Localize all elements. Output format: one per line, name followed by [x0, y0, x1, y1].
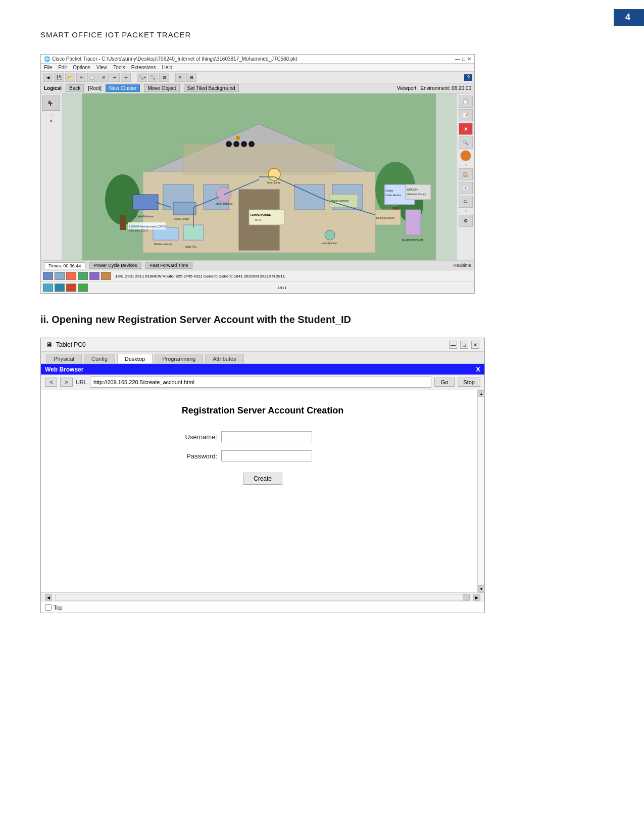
close-icon[interactable]: ✕: [467, 56, 471, 62]
device-icon-6[interactable]: [101, 272, 111, 280]
pt-delete-mode[interactable]: ✕: [42, 119, 61, 123]
tab-attributes[interactable]: Attributes: [205, 354, 243, 363]
svg-text:Cable Modem: Cable Modem: [385, 194, 401, 197]
pt-right-btn-4[interactable]: 📧: [459, 182, 473, 194]
browser-forward-btn[interactable]: >: [60, 378, 72, 387]
scroll-left-arrow[interactable]: ◀: [45, 594, 52, 601]
pt-move-object-btn[interactable]: Move Object: [144, 84, 179, 92]
scroll-up-arrow[interactable]: ▲: [478, 390, 485, 397]
device-icon-1[interactable]: [43, 272, 53, 280]
pt-new-cluster-btn[interactable]: New Cluster: [106, 84, 140, 92]
toolbar-btn-2[interactable]: 💾: [54, 73, 64, 82]
pt-cable-mode[interactable]: ⬜: [42, 113, 61, 117]
toolbar-btn-zoom-fit[interactable]: ⊡: [159, 73, 169, 82]
toolbar-btn-zoom-in[interactable]: 🔍+: [137, 73, 147, 82]
pt-right-btn-1[interactable]: 📋: [459, 96, 473, 108]
toolbar-btn-b[interactable]: ⊟: [186, 73, 196, 82]
pt-tiled-bg-btn[interactable]: Set Tiled Background: [184, 84, 239, 92]
pt-right-btn-orange[interactable]: [460, 150, 471, 161]
device-icon-3[interactable]: [66, 272, 76, 280]
num-2931: 2931: [125, 274, 134, 279]
toolbar-btn-7[interactable]: ↩: [110, 73, 120, 82]
svg-text:Tablet PC0: Tablet PC0: [184, 245, 197, 248]
pt-network-canvas[interactable]: CableModem Cable Router Smart Detector S…: [62, 94, 456, 260]
svg-text:Cable Router: Cable Router: [174, 217, 189, 220]
menu-options[interactable]: Options: [73, 65, 90, 70]
pt-menu-bar: File Edit Options View Tools Extensions …: [41, 64, 474, 72]
tablet-restore-btn[interactable]: □: [460, 341, 468, 349]
password-input[interactable]: [221, 450, 312, 461]
svg-point-53: [226, 141, 232, 147]
tab-desktop[interactable]: Desktop: [117, 354, 153, 363]
toolbar-btn-4[interactable]: ✂: [76, 73, 86, 82]
web-browser-close-btn[interactable]: X: [476, 365, 480, 373]
menu-tools[interactable]: Tools: [113, 65, 125, 70]
pt-right-panel: 📋 📝 ✕ 🔍 🏠 📧 🗂 ⚙: [456, 94, 474, 260]
browser-back-btn[interactable]: <: [45, 378, 57, 387]
browser-url-input[interactable]: [90, 377, 431, 388]
menu-view[interactable]: View: [96, 65, 108, 70]
tab-config[interactable]: Config: [84, 354, 115, 363]
num-1841: 1841: [234, 274, 243, 279]
browser-stop-btn[interactable]: Stop: [458, 378, 480, 387]
toolbar-btn-8[interactable]: ↪: [121, 73, 131, 82]
device-icon-2[interactable]: [55, 272, 65, 280]
pt-help-icon[interactable]: ?: [464, 74, 472, 81]
top-checkbox[interactable]: [45, 604, 52, 611]
toolbar-btn-5[interactable]: 📋: [87, 73, 97, 82]
toolbar-btn-6[interactable]: ⎘: [98, 73, 109, 82]
menu-edit[interactable]: Edit: [58, 65, 67, 70]
minimize-icon[interactable]: —: [455, 56, 460, 62]
tablet-minimize-btn[interactable]: —: [449, 341, 457, 349]
pt-right-btn-3[interactable]: 🏠: [459, 168, 473, 180]
svg-text:Cluster: Cluster: [385, 189, 393, 192]
toolbar-btn-3[interactable]: 📂: [65, 73, 75, 82]
browser-go-btn[interactable]: Go: [434, 378, 455, 387]
pt-right-btn-6[interactable]: ⚙: [459, 215, 473, 227]
pt-tab-fast-forward[interactable]: Fast Forward Time: [145, 262, 192, 269]
device-icon-sw2[interactable]: [55, 284, 65, 292]
num-825: 825: [176, 274, 182, 279]
device-icon-5[interactable]: [89, 272, 100, 280]
pt-back-btn[interactable]: Back: [66, 84, 84, 92]
pt-right-btn-5[interactable]: 🗂: [459, 196, 473, 208]
svg-text:Smart Detector: Smart Detector: [216, 202, 233, 205]
pt-tab-power[interactable]: Power Cycle Devices: [89, 262, 141, 269]
pt-tab-time[interactable]: Times: 00:36:44: [44, 262, 85, 269]
toolbar-btn-zoom-out[interactable]: 🔍-: [148, 73, 158, 82]
device-icon-4[interactable]: [78, 272, 88, 280]
device-icon-sw4[interactable]: [78, 284, 88, 292]
divider-2: [465, 210, 467, 212]
svg-point-56: [249, 141, 255, 147]
restore-icon[interactable]: □: [462, 56, 465, 62]
device-icon-sw3[interactable]: [66, 284, 76, 292]
menu-help[interactable]: Help: [162, 65, 173, 70]
pt-select-tool[interactable]: [42, 96, 60, 111]
web-browser-label: Web Browser: [45, 366, 83, 373]
scroll-down-arrow[interactable]: ▼: [478, 585, 485, 592]
pt-right-btn-red[interactable]: ✕: [459, 123, 473, 135]
menu-file[interactable]: File: [44, 65, 52, 70]
pt-realtime-label: Realtime: [453, 263, 471, 268]
pt-viewport-btn[interactable]: Viewport: [397, 85, 417, 91]
tablet-close-btn[interactable]: ✕: [471, 341, 479, 349]
pt-right-btn-search[interactable]: 🔍: [459, 136, 473, 149]
svg-text:Motion Detector: Motion Detector: [331, 199, 349, 202]
pt-right-btn-2[interactable]: 📝: [459, 109, 473, 121]
tab-physical[interactable]: Physical: [46, 354, 82, 363]
web-browser-panel: Web Browser X < > URL Go Stop: [41, 364, 484, 602]
num-2621xm: 2621XM: [260, 274, 275, 279]
tab-programming[interactable]: Programming: [155, 354, 203, 363]
svg-text:Lawn Sprinkler: Lawn Sprinkler: [321, 242, 337, 245]
browser-h-scrollbar[interactable]: [55, 594, 470, 601]
menu-extensions[interactable]: Extensions: [131, 65, 156, 70]
create-account-btn[interactable]: Create: [243, 473, 282, 485]
pt-device-bar-2: 1911: [41, 282, 474, 293]
scroll-thumb[interactable]: [463, 594, 470, 600]
scroll-right-arrow[interactable]: ▶: [473, 594, 480, 601]
username-input[interactable]: [221, 431, 312, 442]
toolbar-btn-a[interactable]: ≡: [175, 73, 185, 82]
svg-rect-8: [183, 144, 335, 174]
device-icon-sw1[interactable]: [43, 284, 53, 292]
toolbar-btn-1[interactable]: ◀: [43, 73, 53, 82]
